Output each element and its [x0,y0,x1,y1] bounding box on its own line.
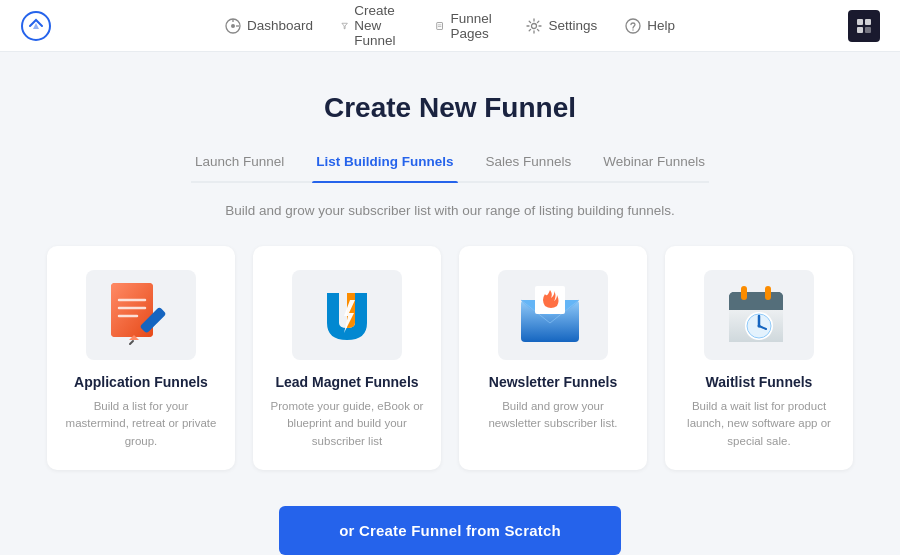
nav-links: Dashboard Create New Funnel Funnel Pages… [225,3,675,48]
svg-line-24 [130,341,133,344]
svg-rect-15 [857,27,863,33]
application-funnels-title: Application Funnels [74,374,208,390]
help-icon [625,18,641,34]
newsletter-desc: Build and grow your newsletter subscribe… [475,398,631,433]
card-lead-magnet-funnels[interactable]: Lead Magnet Funnels Promote your guide, … [253,246,441,470]
newsletter-icon [513,278,593,353]
svg-point-9 [532,23,537,28]
lead-magnet-icon [307,278,387,353]
nav-help[interactable]: Help [625,18,675,34]
application-funnels-desc: Build a list for your mastermind, retrea… [63,398,219,450]
svg-point-2 [231,24,235,28]
lead-magnet-desc: Promote your guide, eBook or blueprint a… [269,398,425,450]
tab-sales-funnels[interactable]: Sales Funnels [482,146,576,181]
funnel-cards: Application Funnels Build a list for you… [47,246,853,470]
nav-settings[interactable]: Settings [526,18,597,34]
waitlist-icon [719,278,799,353]
svg-rect-14 [865,19,871,25]
nav-funnel-pages[interactable]: Funnel Pages [435,11,498,41]
svg-rect-35 [741,286,747,300]
svg-rect-16 [865,27,871,33]
main-content: Create New Funnel Launch Funnel List Bui… [0,52,900,555]
svg-rect-6 [437,22,443,29]
tab-launch-funnel[interactable]: Launch Funnel [191,146,288,181]
navbar: Dashboard Create New Funnel Funnel Pages… [0,0,900,52]
svg-point-41 [758,324,761,327]
svg-rect-13 [857,19,863,25]
avatar-icon [855,17,873,35]
nav-dashboard[interactable]: Dashboard [225,18,313,34]
waitlist-title: Waitlist Funnels [706,374,813,390]
svg-rect-36 [765,286,771,300]
page-title: Create New Funnel [324,92,576,124]
section-subtitle: Build and grow your subscriber list with… [225,203,675,218]
application-funnels-icon [101,278,181,353]
svg-marker-5 [342,23,347,28]
svg-point-10 [626,19,640,33]
pages-icon [435,18,444,34]
waitlist-desc: Build a wait list for product launch, ne… [681,398,837,450]
user-avatar[interactable] [848,10,880,42]
card-newsletter-funnels[interactable]: Newsletter Funnels Build and grow your n… [459,246,647,470]
nav-create-funnel[interactable]: Create New Funnel [341,3,407,48]
lead-magnet-title: Lead Magnet Funnels [275,374,418,390]
svg-point-11 [633,29,634,30]
app-logo[interactable] [20,10,52,42]
funnel-tabs: Launch Funnel List Building Funnels Sale… [191,146,709,183]
newsletter-icon-wrap [498,270,608,360]
card-application-funnels[interactable]: Application Funnels Build a list for you… [47,246,235,470]
lead-magnet-icon-wrap [292,270,402,360]
waitlist-icon-wrap [704,270,814,360]
application-funnels-icon-wrap [86,270,196,360]
card-waitlist-funnels[interactable]: Waitlist Funnels Build a wait list for p… [665,246,853,470]
tab-list-building[interactable]: List Building Funnels [312,146,457,181]
svg-rect-32 [729,302,783,310]
create-from-scratch-button[interactable]: or Create Funnel from Scratch [279,506,621,555]
settings-icon [526,18,542,34]
dashboard-icon [225,18,241,34]
newsletter-title: Newsletter Funnels [489,374,617,390]
tab-webinar-funnels[interactable]: Webinar Funnels [599,146,709,181]
funnel-icon [341,18,348,34]
